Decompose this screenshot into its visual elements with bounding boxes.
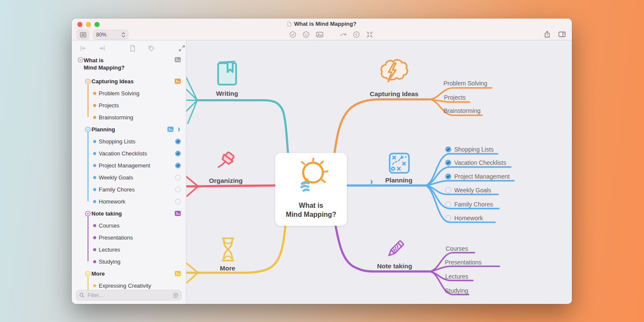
node-family-chores[interactable]: Family Chores [454,201,493,208]
node-courses[interactable]: Courses [446,245,468,252]
sidebar-toggle-button[interactable] [76,30,89,39]
zoom-level: 80% [96,32,106,38]
book-icon[interactable] [216,60,238,88]
outline-item-more[interactable]: More [72,267,186,279]
inspector-toggle-icon[interactable] [558,30,566,38]
chevron-down-icon[interactable] [78,57,83,63]
outline-item-label: Studying [99,258,121,265]
task-unchecked-icon[interactable] [445,201,451,207]
outline-item-root[interactable]: What is Mind Mapping? [72,56,186,73]
node-shopping-lists[interactable]: Shopping Lists [454,146,494,153]
bullet-icon [93,236,96,239]
outline-item-label: Courses [99,222,119,229]
chevron-down-icon[interactable] [85,211,91,216]
outline-item[interactable]: Vacation Checklists [72,147,186,159]
node-weekly-goals[interactable]: Weekly Goals [454,187,491,194]
share-icon[interactable] [543,30,551,38]
outline-item[interactable]: Lectures [72,243,186,255]
chevron-down-icon[interactable] [85,79,91,84]
outline-item-label: More [91,270,105,277]
outline-item-capturing-ideas[interactable]: Capturing Ideas [72,75,186,87]
task-unchecked-icon[interactable] [175,175,181,180]
task-checked-icon[interactable] [445,173,451,179]
node-presentations[interactable]: Presentations [445,259,482,266]
collapse-all-icon[interactable] [79,44,87,52]
image-badge-icon [175,79,181,84]
outline-item-label: Projects [99,102,119,109]
node-more[interactable]: More [205,264,250,272]
node-project-management[interactable]: Project Management [454,173,510,180]
outline-item-note-taking[interactable]: Note taking [72,207,186,219]
task-checked-icon[interactable] [175,139,181,144]
window-title: What is Mind Mapping? [294,21,356,27]
node-homework[interactable]: Homework [454,215,483,222]
node-projects[interactable]: Projects [444,94,466,101]
task-check-icon[interactable] [289,30,297,38]
emoji-sticker-icon[interactable] [302,30,310,38]
bullet-icon [93,116,96,119]
outline-item[interactable]: Shopping Lists [72,135,186,147]
outline-item-label: Family Chores [99,186,135,193]
outline-item-label: Note taking [91,210,122,217]
task-unchecked-icon[interactable] [175,199,181,204]
undo-icon[interactable] [339,30,347,38]
task-checked-icon[interactable] [445,146,451,152]
task-checked-icon[interactable] [175,151,181,156]
outline-item-label: Shopping Lists [99,138,135,145]
chevron-down-icon[interactable] [85,271,91,276]
brainstorm-cloud-icon[interactable] [379,58,408,87]
node-vacation-checklists[interactable]: Vacation Checklists [454,159,506,166]
previous-node-icon[interactable] [352,30,360,38]
zoom-control[interactable]: 80% [93,30,128,39]
strategy-board-icon[interactable] [388,152,410,176]
magnifier-icon [79,292,85,298]
app-window: What is Mind Mapping? 80% [72,18,572,304]
task-unchecked-icon[interactable] [175,187,181,192]
task-unchecked-icon[interactable] [445,187,451,193]
image-icon[interactable] [316,30,323,38]
outline-item[interactable]: Weekly Goals [72,171,186,183]
outline-item[interactable]: Studying [72,255,186,267]
tag-icon[interactable] [148,44,155,52]
node-capturing-ideas[interactable]: Capturing Ideas [360,90,428,97]
task-checked-icon[interactable] [445,160,451,166]
outline-item[interactable]: Family Chores [72,183,186,195]
outline-sidebar: What is Mind Mapping? Capturing Ideas Pr… [72,40,186,304]
node-studying[interactable]: Studying [445,287,468,294]
outline-item[interactable]: Homework [72,195,186,207]
pushpin-icon[interactable] [215,151,238,176]
mindmap-canvas[interactable]: Writing Capturing Ideas Planning Organiz… [186,40,572,304]
image-badge-icon [175,57,181,62]
node-organizing[interactable]: Organizing [199,177,252,184]
document-icon[interactable] [129,44,136,52]
outline-item[interactable]: Presentations [72,231,186,243]
bullet-icon [93,200,96,203]
expand-all-icon[interactable] [98,44,106,52]
outline-item[interactable]: Brainstorming [72,111,186,123]
node-lectures[interactable]: Lectures [445,273,468,280]
node-planning[interactable]: Planning [377,176,420,184]
node-brainstorming[interactable]: Brainstorming [444,107,480,114]
outline-item[interactable]: Project Management [72,159,186,171]
outline-item[interactable]: Courses [72,219,186,231]
outline-item[interactable]: Projects [72,99,186,111]
pencil-icon[interactable] [383,238,407,263]
hourglass-icon[interactable] [218,236,238,266]
filter-input[interactable] [87,292,171,299]
expand-outline-icon[interactable] [178,44,185,52]
node-writing[interactable]: Writing [201,90,253,97]
central-node[interactable]: What is Mind Mapping? [275,153,347,226]
outline-item[interactable]: Problem Solving [72,87,186,99]
document-proxy-icon [287,21,292,28]
node-problem-solving[interactable]: Problem Solving [444,80,487,87]
task-checked-icon[interactable] [175,163,181,168]
outline-item-planning[interactable]: Planning [72,123,186,135]
bullet-icon [93,248,96,251]
chevron-down-icon[interactable] [85,127,91,132]
filter-menu-icon[interactable] [173,292,179,298]
task-unchecked-icon[interactable] [445,215,451,221]
stepper-icon[interactable] [122,32,125,38]
zoom-to-fit-icon[interactable] [366,30,374,38]
node-note-taking[interactable]: Note taking [369,262,420,270]
outline-list-icon [80,32,86,38]
